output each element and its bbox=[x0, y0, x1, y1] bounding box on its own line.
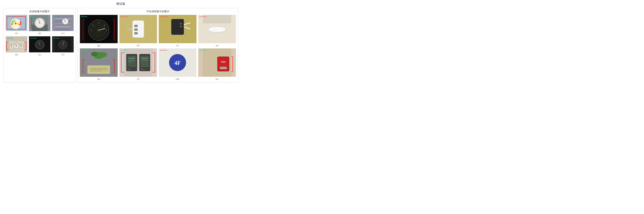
label-g: detecting bbox=[80, 16, 88, 18]
label-a: detecting bbox=[6, 16, 14, 18]
image-h: need check bbox=[120, 15, 157, 43]
right-section-title: 不在训练集中的图片 bbox=[80, 10, 236, 13]
image-cell-c: detecting （c） bbox=[52, 15, 74, 35]
label-n: detecting bbox=[199, 49, 206, 51]
svg-rect-99 bbox=[220, 67, 226, 69]
image-n: detecting FIRE bbox=[198, 48, 236, 77]
svg-point-10 bbox=[39, 23, 40, 24]
image-d: detecting bbox=[6, 36, 27, 52]
image-g: detecting bbox=[80, 15, 118, 43]
label-h: need check bbox=[120, 16, 128, 18]
image-b: detecting bbox=[29, 15, 50, 31]
svg-text:FIRE: FIRE bbox=[221, 61, 226, 63]
image-cell-l: detecting bbox=[120, 48, 157, 80]
caption-l: （l） bbox=[136, 77, 141, 80]
image-e: detecting bbox=[29, 36, 50, 53]
svg-rect-83 bbox=[127, 56, 136, 67]
svg-rect-63 bbox=[180, 23, 182, 25]
caption-h: （h） bbox=[136, 44, 141, 47]
image-cell-i: need check （i） bbox=[159, 15, 196, 47]
image-j: need check bbox=[198, 15, 236, 43]
left-section-title: 在训练集中的图片 bbox=[6, 10, 74, 13]
caption-b: （b） bbox=[37, 32, 42, 35]
svg-text:4F: 4F bbox=[174, 60, 180, 66]
image-k: detecting bbox=[80, 48, 118, 77]
image-cell-k: detecting bbox=[80, 48, 118, 80]
image-i: need check bbox=[159, 15, 196, 43]
svg-rect-59 bbox=[134, 32, 138, 34]
svg-text:压力表: 压力表 bbox=[14, 29, 16, 30]
page-title: 测试集 bbox=[4, 2, 238, 6]
svg-point-36 bbox=[36, 43, 37, 43]
svg-point-35 bbox=[42, 46, 43, 47]
caption-a: （a） bbox=[14, 32, 19, 35]
svg-point-73 bbox=[91, 52, 98, 56]
image-cell-n: detecting FIRE （n） bbox=[198, 48, 236, 80]
caption-m: （m） bbox=[174, 77, 180, 80]
image-cell-m: need check 4F （m） bbox=[159, 48, 196, 80]
svg-point-26 bbox=[16, 45, 17, 46]
svg-rect-64 bbox=[180, 26, 182, 27]
svg-rect-14 bbox=[55, 26, 71, 27]
caption-i: （i） bbox=[175, 44, 180, 47]
image-cell-e: detecting bbox=[29, 36, 50, 56]
label-i: need check bbox=[160, 16, 168, 18]
image-m: need check 4F bbox=[159, 48, 196, 77]
caption-k: （k） bbox=[96, 77, 102, 80]
image-cell-a: detecting 压力表 bbox=[6, 15, 27, 35]
svg-point-54 bbox=[98, 29, 100, 31]
image-c: detecting bbox=[52, 15, 74, 31]
svg-point-44 bbox=[62, 44, 64, 45]
image-cell-h: need check （h） bbox=[120, 15, 157, 47]
left-image-grid: detecting 压力表 bbox=[6, 15, 74, 56]
image-cell-f: detecting （f） bbox=[52, 36, 74, 56]
label-b: detecting bbox=[30, 16, 37, 18]
caption-e: （e） bbox=[37, 53, 42, 56]
svg-point-18 bbox=[65, 21, 66, 22]
image-cell-b: detecting （b） bbox=[29, 15, 50, 35]
svg-rect-84 bbox=[140, 56, 149, 67]
image-cell-g: detecting bbox=[80, 15, 118, 47]
label-m: need check bbox=[160, 49, 168, 51]
svg-point-33 bbox=[40, 41, 40, 42]
svg-point-23 bbox=[11, 46, 12, 47]
right-section: 不在训练集中的图片 detecting bbox=[78, 8, 238, 82]
svg-rect-57 bbox=[134, 25, 138, 27]
main-container: 在训练集中的图片 detecting bbox=[4, 8, 238, 82]
svg-point-3 bbox=[15, 23, 16, 24]
svg-text:●ICA: ●ICA bbox=[141, 68, 144, 70]
svg-rect-56 bbox=[132, 21, 144, 38]
image-cell-j: need check （j） bbox=[198, 15, 236, 47]
image-a: detecting 压力表 bbox=[6, 15, 27, 31]
svg-point-34 bbox=[42, 43, 43, 43]
caption-n: （n） bbox=[214, 77, 220, 80]
label-k: detecting bbox=[80, 49, 88, 51]
image-cell-d: detecting bbox=[6, 36, 27, 56]
label-d: detecting bbox=[6, 37, 14, 39]
label-e: detecting bbox=[30, 37, 37, 39]
label-l: detecting bbox=[120, 49, 127, 51]
svg-point-37 bbox=[36, 46, 37, 47]
caption-g: （g） bbox=[96, 44, 102, 47]
svg-point-29 bbox=[21, 46, 22, 47]
svg-point-70 bbox=[208, 27, 226, 31]
svg-text:●ICA: ●ICA bbox=[128, 68, 131, 70]
label-j: need check bbox=[199, 16, 207, 18]
label-c: detecting bbox=[53, 16, 60, 18]
left-section: 在训练集中的图片 detecting bbox=[4, 8, 76, 82]
image-l: detecting bbox=[120, 48, 157, 77]
image-f: detecting bbox=[52, 36, 74, 52]
caption-f: （f） bbox=[60, 53, 66, 56]
caption-j: （j） bbox=[214, 44, 220, 47]
svg-rect-58 bbox=[134, 29, 138, 31]
label-f: detecting bbox=[53, 37, 60, 39]
svg-point-74 bbox=[99, 52, 107, 57]
caption-c: （c） bbox=[60, 32, 66, 35]
svg-point-39 bbox=[39, 44, 40, 45]
caption-d: （d） bbox=[14, 53, 19, 56]
right-image-grid: detecting bbox=[80, 15, 236, 80]
